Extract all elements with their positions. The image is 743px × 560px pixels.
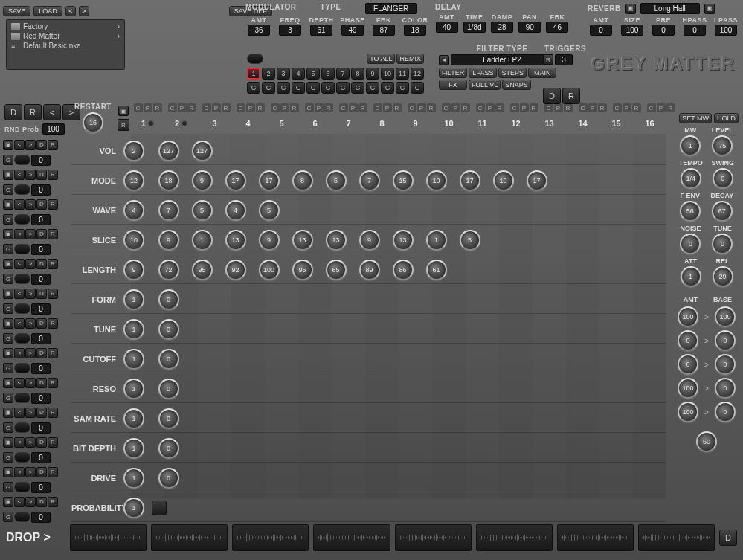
cpr-c[interactable]: C (408, 103, 416, 112)
amt-knob[interactable]: 100 (678, 378, 698, 399)
step-knob[interactable]: 0 (158, 379, 179, 399)
row-next[interactable]: > (25, 140, 36, 150)
cpr-r[interactable]: R (393, 103, 402, 112)
probability-knob[interactable]: 50 (696, 431, 717, 452)
row-random[interactable]: R (48, 259, 58, 269)
row-g[interactable]: G (3, 214, 13, 225)
trigger-value[interactable]: 3 (555, 54, 573, 65)
base-knob[interactable]: 0 (715, 330, 736, 351)
rnd-prob-value[interactable]: 100 (42, 123, 65, 135)
row-prev[interactable]: < (14, 497, 25, 507)
cpr-r[interactable]: R (290, 103, 299, 112)
step-knob[interactable]: 8 (292, 170, 313, 191)
channel-copy-7[interactable]: C (336, 82, 350, 94)
row-toggle[interactable]: ▣ (3, 467, 13, 477)
row-random[interactable]: R (48, 467, 58, 477)
step-knob[interactable]: 72 (158, 260, 179, 280)
step-knob[interactable]: 5 (259, 200, 280, 221)
channel-copy-5[interactable]: C (306, 82, 320, 94)
cpr-r[interactable]: R (564, 103, 573, 112)
cpr-r[interactable]: R (324, 103, 333, 112)
channel-copy-9[interactable]: C (366, 82, 379, 94)
param-value[interactable]: 100 (715, 25, 737, 36)
row-default[interactable]: D (36, 467, 47, 477)
cpr-p[interactable]: P (623, 103, 631, 112)
right-knob[interactable]: 1 (680, 135, 701, 156)
channel-copy-1[interactable]: C (247, 82, 260, 94)
save-button[interactable]: SAVE (3, 6, 30, 16)
preset-folder[interactable]: Factory› (8, 22, 123, 31)
row-random[interactable]: R (48, 348, 58, 358)
cpr-p[interactable]: P (451, 103, 460, 112)
row-prev[interactable]: < (14, 408, 25, 418)
prev-button[interactable]: < (65, 6, 76, 16)
cpr-p[interactable]: P (657, 103, 666, 112)
step-knob[interactable]: 127 (158, 141, 179, 161)
param-value[interactable]: 90 (518, 22, 541, 33)
global-prev[interactable]: < (43, 104, 61, 120)
filter-prev[interactable]: ◂ (439, 55, 449, 65)
row-next[interactable]: > (25, 170, 36, 180)
mod-toggle[interactable] (247, 54, 263, 64)
row-enable[interactable] (14, 274, 30, 284)
channel-copy-12[interactable]: C (411, 82, 424, 94)
cpr-p[interactable]: P (349, 103, 358, 112)
row-toggle[interactable]: ▣ (3, 140, 13, 150)
right-knob[interactable]: 67 (712, 201, 733, 222)
param-value[interactable]: 49 (341, 25, 364, 36)
step-knob[interactable]: 5 (192, 200, 213, 221)
step-led[interactable] (181, 120, 187, 126)
row-prev[interactable]: < (14, 229, 25, 239)
waveform-slot[interactable] (557, 524, 634, 551)
reverb-ir[interactable]: Long Hall (640, 3, 700, 14)
step-knob[interactable]: 4 (225, 200, 246, 221)
row-random[interactable]: R (48, 229, 58, 239)
right-knob[interactable]: 0 (713, 168, 733, 189)
row-default[interactable]: D (36, 408, 47, 418)
row-offset[interactable]: 0 (31, 393, 51, 404)
right-knob[interactable]: 75 (712, 135, 733, 156)
restart-knob[interactable]: 16 (83, 112, 103, 133)
step-knob[interactable]: 65 (326, 260, 347, 280)
row-offset[interactable]: 0 (31, 422, 51, 434)
step-knob[interactable]: 0 (158, 438, 179, 459)
step-knob[interactable]: 100 (259, 260, 280, 280)
row-default[interactable]: D (36, 378, 47, 388)
channel-copy-2[interactable]: C (262, 82, 275, 94)
row-toggle[interactable]: ▣ (3, 408, 13, 418)
cpr-p[interactable]: P (520, 103, 529, 112)
row-toggle[interactable]: ▣ (3, 378, 13, 388)
step-knob[interactable]: 17 (225, 170, 246, 191)
step-knob[interactable]: 92 (225, 260, 246, 280)
row-next[interactable]: > (25, 348, 36, 358)
waveform-slot[interactable] (638, 524, 715, 551)
step-knob[interactable]: 5 (326, 170, 347, 191)
step-knob[interactable]: 9 (359, 230, 380, 251)
cpr-r[interactable]: R (530, 103, 538, 112)
row-next[interactable]: > (25, 497, 36, 507)
global-r[interactable]: R (24, 104, 42, 120)
row-g[interactable]: G (3, 244, 13, 254)
channel-select-6[interactable]: 6 (321, 68, 335, 80)
modulator-type[interactable]: FLANGER (365, 3, 417, 14)
drop-d-button[interactable]: D (719, 530, 737, 546)
master-knob[interactable]: 1 (123, 408, 144, 429)
row-enable[interactable] (14, 155, 30, 165)
copy-arrow[interactable]: > (704, 408, 709, 416)
master-knob[interactable]: 4 (123, 200, 144, 221)
row-next[interactable]: > (25, 318, 36, 329)
row-g[interactable]: G (3, 452, 13, 463)
row-next[interactable]: > (25, 229, 36, 239)
step-knob[interactable]: 0 (158, 289, 179, 310)
row-toggle[interactable]: ▣ (3, 437, 13, 448)
param-value[interactable]: 3 (279, 25, 301, 36)
master-knob[interactable]: 1 (123, 498, 144, 518)
step-knob[interactable]: 0 (158, 468, 179, 489)
cpr-c[interactable]: C (305, 103, 314, 112)
cpr-c[interactable]: C (373, 103, 382, 112)
amt-knob[interactable]: 100 (678, 402, 698, 422)
row-random[interactable]: R (48, 497, 58, 507)
channel-select-11[interactable]: 11 (396, 68, 409, 80)
param-value[interactable]: 40 (436, 22, 458, 33)
step-knob[interactable]: 0 (158, 319, 179, 340)
